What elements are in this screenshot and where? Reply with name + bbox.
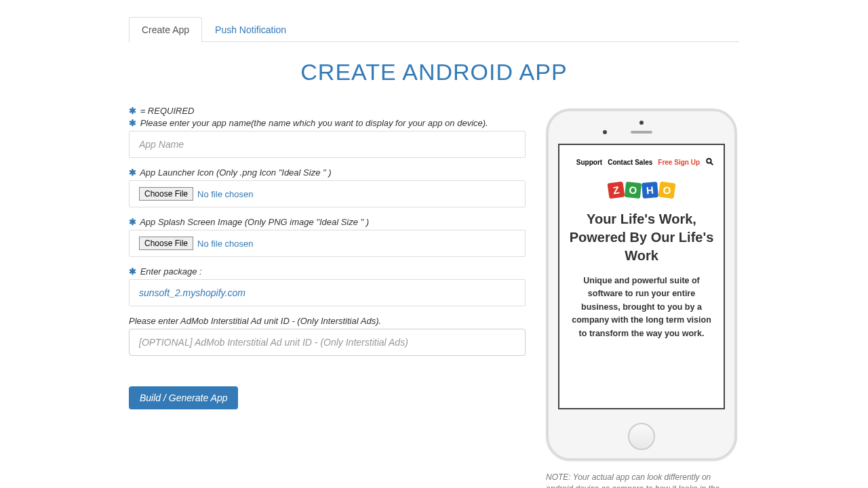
search-icon — [705, 157, 714, 167]
launcher-icon-file-field: Choose File No file chosen — [129, 180, 526, 207]
package-input[interactable] — [129, 279, 526, 306]
phone-top-bezel — [549, 111, 734, 144]
asterisk-icon: ✱ — [129, 106, 136, 116]
splash-screen-label: ✱ App Splash Screen Image (Only PNG imag… — [129, 217, 526, 227]
phone-camera-icon — [639, 121, 644, 125]
zoho-logo: Z O H O — [569, 182, 714, 198]
phone-screen: Support Contact Sales Free Sign Up Z O H… — [558, 144, 725, 409]
asterisk-icon: ✱ — [129, 266, 136, 277]
splash-choose-file-button[interactable]: Choose File — [139, 237, 193, 250]
phone-home-button-icon — [628, 423, 655, 450]
preview-paragraph: Unique and powerful suite of software to… — [569, 274, 714, 340]
logo-letter: O — [625, 182, 642, 199]
admob-input[interactable] — [129, 329, 526, 356]
app-name-label: ✱ Please enter your app name(the name wh… — [129, 118, 526, 128]
page-title: CREATE ANDROID APP — [129, 59, 739, 85]
preview-contact-link: Contact Sales — [608, 159, 652, 166]
svg-point-0 — [707, 159, 711, 163]
asterisk-icon: ✱ — [129, 167, 136, 178]
tabs-bar: Create App Push Notification — [129, 17, 739, 42]
launcher-choose-file-button[interactable]: Choose File — [139, 187, 193, 201]
launcher-file-status: No file chosen — [197, 189, 253, 199]
preview-top-nav: Support Contact Sales Free Sign Up — [569, 157, 714, 167]
preview-note: NOTE: Your actual app can look different… — [546, 472, 739, 488]
logo-letter: O — [658, 182, 676, 199]
build-generate-button[interactable]: Build / Generate App — [129, 386, 238, 409]
asterisk-icon: ✱ — [129, 217, 136, 227]
phone-preview: Support Contact Sales Free Sign Up Z O H… — [546, 108, 737, 461]
svg-line-1 — [711, 163, 713, 165]
asterisk-icon: ✱ — [129, 118, 136, 128]
preview-signup-link: Free Sign Up — [658, 159, 700, 166]
preview-support-link: Support — [576, 159, 602, 166]
logo-letter: Z — [608, 182, 625, 199]
preview-heading: Your Life's Work, Powered By Our Life's … — [569, 210, 714, 265]
tab-create-app[interactable]: Create App — [129, 17, 202, 42]
launcher-icon-label: ✱ App Launcher Icon (Only .png Icon "Ide… — [129, 167, 526, 178]
required-legend: ✱ = REQUIRED — [129, 106, 526, 116]
splash-screen-file-field: Choose File No file chosen — [129, 230, 526, 257]
splash-file-status: No file chosen — [197, 239, 253, 249]
admob-label: Please enter AdMob Interstitial Ad unit … — [129, 316, 526, 326]
phone-sensor-icon — [603, 130, 607, 134]
tab-push-notification[interactable]: Push Notification — [202, 17, 299, 42]
logo-letter: H — [642, 182, 658, 199]
phone-speaker-icon — [631, 131, 652, 134]
app-name-input[interactable] — [129, 131, 526, 158]
package-label: ✱ Enter package : — [129, 266, 526, 277]
